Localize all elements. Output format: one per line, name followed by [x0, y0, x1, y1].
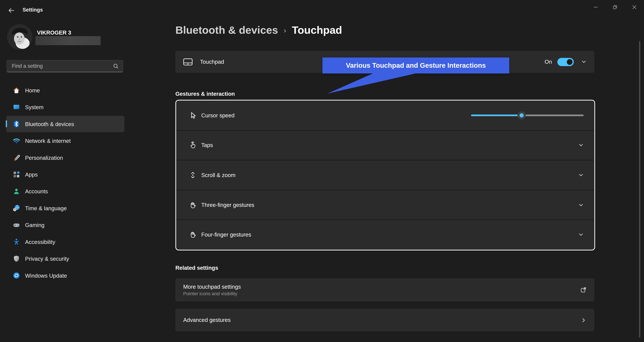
annotation-callout-tail: [320, 73, 431, 94]
gestures-highlight-box: Cursor speed Taps Scroll &: [176, 100, 595, 250]
toggle-state-label: On: [544, 59, 552, 65]
sidebar-item-label: Home: [25, 87, 40, 94]
breadcrumb: Bluetooth & devices › Touchpad: [176, 24, 342, 36]
sidebar-item-label: Apps: [25, 171, 38, 178]
advanced-gestures-label: Advanced gestures: [183, 317, 230, 323]
cursor-speed-slider[interactable]: [471, 111, 584, 120]
search-box[interactable]: [6, 60, 123, 72]
annotation-callout: Various Touchpad and Gesture Interaction…: [322, 58, 509, 74]
slider-thumb-dot: [520, 114, 524, 118]
sidebar-item-label: Accessibility: [25, 239, 55, 245]
sidebar-item-label: Accounts: [25, 188, 48, 194]
sidebar-item-label: Privacy & security: [25, 256, 69, 262]
avatar-portrait: [7, 24, 32, 50]
row-label: Taps: [201, 142, 213, 148]
sidebar-item-gaming[interactable]: Gaming: [6, 217, 124, 233]
sidebar-item-accessibility[interactable]: Accessibility: [6, 234, 124, 250]
chevron-down-icon[interactable]: [581, 59, 586, 64]
bluetooth-icon: [13, 120, 20, 128]
scroll-zoom-row[interactable]: Scroll & zoom: [176, 160, 594, 190]
sidebar-item-network-internet[interactable]: Network & internet: [6, 132, 124, 149]
tap-icon: [188, 141, 197, 149]
titlebar: Settings: [0, 0, 644, 20]
sidebar-item-time-language[interactable]: Time & language: [6, 200, 124, 216]
four-finger-icon: [188, 231, 197, 239]
four-finger-gestures-row[interactable]: Four-finger gestures: [176, 220, 594, 249]
sidebar-item-system[interactable]: System: [6, 99, 124, 115]
breadcrumb-separator-icon: ›: [284, 27, 286, 35]
gestures-section-title: Gestures & interaction: [176, 91, 235, 97]
window-controls: [586, 0, 644, 14]
system-icon: [13, 104, 20, 111]
user-email-redacted: [36, 36, 100, 45]
back-button[interactable]: [6, 5, 16, 16]
sidebar-item-label: Bluetooth & devices: [25, 121, 74, 127]
sidebar-item-privacy-security[interactable]: Privacy & security: [6, 250, 124, 267]
sidebar-item-personalization[interactable]: Personalization: [6, 149, 124, 166]
sidebar-item-label: Network & internet: [25, 138, 70, 144]
chevron-down-icon[interactable]: [578, 202, 584, 208]
chevron-down-icon[interactable]: [578, 232, 584, 238]
page-title: Touchpad: [292, 24, 342, 36]
network-icon: [13, 137, 20, 144]
row-label: Four-finger gestures: [201, 232, 251, 238]
touchpad-icon: [183, 58, 192, 66]
slider-fill: [471, 115, 522, 116]
three-finger-gestures-row[interactable]: Three-finger gestures: [176, 190, 594, 220]
chevron-down-icon[interactable]: [578, 172, 584, 178]
gaming-icon: [13, 221, 20, 229]
home-icon: [13, 87, 20, 94]
close-button[interactable]: [625, 0, 644, 14]
advanced-gestures-card[interactable]: Advanced gestures: [176, 309, 594, 332]
external-link-icon[interactable]: [580, 287, 586, 293]
row-label: Scroll & zoom: [201, 172, 236, 178]
search-input[interactable]: [12, 63, 113, 69]
apps-icon: [13, 171, 20, 178]
vertical-scrollbar[interactable]: [639, 41, 640, 338]
annotation-text: Various Touchpad and Gesture Interaction…: [346, 62, 486, 70]
scroll-icon: [188, 171, 197, 179]
more-touchpad-settings-label: More touchpad settings: [183, 284, 241, 290]
sidebar-item-label: Time & language: [25, 205, 67, 211]
sidebar-item-bluetooth-devices[interactable]: Bluetooth & devices: [6, 116, 124, 132]
window-title: Settings: [23, 7, 43, 13]
related-settings-title: Related settings: [176, 265, 218, 271]
sidebar-item-accounts[interactable]: Accounts: [6, 183, 124, 200]
personalization-icon: [13, 154, 20, 161]
restore-button[interactable]: [606, 0, 625, 14]
sidebar-item-label: Personalization: [25, 154, 63, 161]
time-language-icon: [13, 204, 20, 212]
cursor-icon: [188, 112, 197, 120]
sidebar-item-home[interactable]: Home: [6, 82, 124, 98]
taps-row[interactable]: Taps: [176, 131, 594, 160]
restore-icon: [613, 5, 617, 9]
search-icon: [113, 63, 118, 69]
sidebar-item-windows-update[interactable]: Windows Update: [6, 267, 124, 284]
toggle-knob: [567, 59, 572, 64]
chevron-down-icon[interactable]: [578, 143, 584, 148]
sidebar-item-apps[interactable]: Apps: [6, 166, 124, 183]
touchpad-toggle[interactable]: [557, 58, 574, 66]
windows-update-icon: [13, 272, 20, 279]
slider-track[interactable]: [471, 115, 584, 116]
user-avatar[interactable]: [7, 24, 32, 50]
minimize-button[interactable]: [586, 0, 606, 14]
row-label: Cursor speed: [201, 112, 234, 119]
close-icon: [632, 5, 636, 9]
cursor-speed-row[interactable]: Cursor speed: [176, 101, 594, 130]
more-touchpad-settings-subtitle: Pointer icons and visibility: [183, 291, 237, 296]
row-label: Three-finger gestures: [201, 202, 254, 208]
sidebar-item-label: Gaming: [25, 222, 44, 228]
user-name: VIKROGER 3: [37, 30, 71, 36]
slider-thumb[interactable]: [518, 111, 526, 120]
sidebar-item-label: System: [25, 104, 44, 110]
chevron-right-icon[interactable]: [581, 317, 586, 323]
more-touchpad-settings-card[interactable]: More touchpad settings Pointer icons and…: [176, 278, 594, 301]
three-finger-icon: [188, 201, 197, 209]
back-arrow-icon: [8, 7, 14, 14]
settings-window: Settings VIKROGER 3: [0, 0, 644, 342]
accessibility-icon: [13, 238, 20, 246]
breadcrumb-parent[interactable]: Bluetooth & devices: [176, 24, 278, 36]
sidebar-item-label: Windows Update: [25, 272, 67, 279]
minimize-icon: [594, 5, 598, 9]
